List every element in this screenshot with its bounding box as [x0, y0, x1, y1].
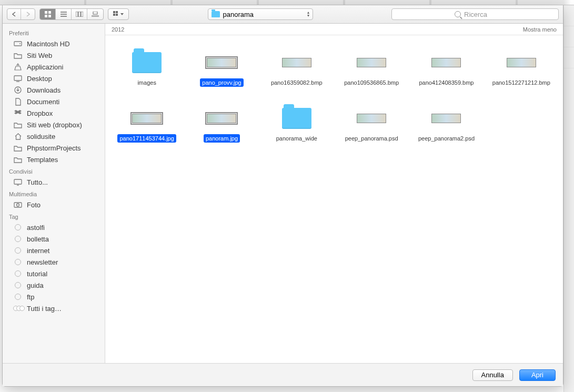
sidebar-item[interactable]: Desktop [3, 73, 105, 84]
sidebar-item[interactable]: tutorial [3, 268, 105, 279]
show-less-link[interactable]: Mostra meno [523, 26, 557, 33]
arrange-button[interactable] [108, 9, 128, 19]
group-year: 2012 [112, 26, 124, 33]
forward-button[interactable] [21, 9, 35, 19]
sidebar-item-label: Siti web (dropbox) [27, 121, 82, 129]
sidebar-item-label: Macintosh HD [27, 40, 70, 48]
svg-rect-5 [78, 12, 80, 17]
file-grid[interactable]: imagespano_provv.jpgpano16359082.bmppano… [105, 35, 563, 363]
sidebar-item-label: astolfi [27, 224, 45, 232]
back-button[interactable] [7, 9, 21, 19]
search-icon [455, 11, 461, 17]
svg-rect-2 [45, 15, 47, 17]
file-label: images [135, 78, 158, 87]
sidebar-item[interactable]: newsletter [3, 256, 105, 268]
view-coverflow-button[interactable] [87, 9, 103, 19]
screen-icon [13, 178, 23, 186]
sidebar-item-label: ftp [27, 293, 34, 301]
tag-icon [13, 223, 23, 232]
hdd-icon [13, 39, 23, 48]
view-list-button[interactable] [56, 9, 72, 19]
path-popup[interactable]: panorama ▴▾ [208, 8, 313, 20]
sidebar-item[interactable]: Macintosh HD [3, 38, 105, 49]
svg-rect-4 [76, 12, 78, 17]
file-label: peep_panorama2.psd [416, 134, 477, 143]
folder-icon [13, 120, 23, 129]
sidebar-item-label: Applicazioni [27, 63, 63, 71]
file-item[interactable]: peep_panorama2.psd [409, 106, 484, 143]
view-icons-button[interactable] [40, 9, 56, 19]
sidebar-item[interactable]: Siti web (dropbox) [3, 119, 105, 130]
sidebar-item-label: Documenti [27, 98, 59, 106]
file-label: pano109536865.bmp [342, 78, 401, 87]
sidebar-item[interactable]: internet [3, 245, 105, 256]
svg-point-18 [17, 204, 19, 206]
file-item[interactable]: pano109536865.bmp [334, 50, 409, 87]
sidebar-item[interactable]: Templates [3, 154, 105, 165]
desktop-icon [13, 74, 23, 83]
image-thumbnail-icon [130, 106, 164, 131]
file-item[interactable]: peep_panorama.psd [334, 106, 409, 143]
sidebar-item-label: tutorial [27, 270, 47, 278]
file-label: pano1711453744.jpg [117, 134, 176, 143]
svg-point-13 [19, 43, 21, 44]
sidebar-item-label: Tutto... [27, 178, 48, 186]
file-item[interactable]: pano412408359.bmp [409, 50, 484, 87]
svg-rect-9 [116, 11, 118, 13]
file-item[interactable]: pano16359082.bmp [259, 50, 334, 87]
image-thumbnail-icon [505, 50, 538, 75]
file-item[interactable]: pano1512271212.bmp [484, 50, 559, 87]
sidebar-item[interactable]: Tutto... [3, 176, 105, 188]
file-label: pano1512271212.bmp [490, 78, 552, 87]
cancel-button[interactable]: Annulla [472, 369, 513, 381]
file-item[interactable]: pano_provv.jpg [184, 50, 259, 87]
file-item[interactable]: panorama_wide [259, 106, 334, 143]
camera-icon [13, 200, 23, 209]
file-item[interactable]: images [109, 50, 184, 87]
file-item[interactable]: pano1711453744.jpg [109, 106, 184, 143]
sidebar-item-label: Downloads [27, 86, 61, 94]
folder-icon [280, 106, 314, 131]
sidebar-item-label: PhpstormProjects [27, 144, 81, 152]
sidebar-item[interactable]: bolletta [3, 233, 105, 245]
svg-rect-3 [48, 15, 51, 17]
sidebar-item[interactable]: astolfi [3, 222, 105, 233]
svg-rect-8 [113, 11, 115, 13]
svg-rect-16 [14, 179, 22, 184]
image-thumbnail-icon [355, 106, 388, 131]
sidebar-section-title: Multimedia [3, 188, 105, 199]
file-label: peep_panorama.psd [343, 134, 400, 143]
sidebar-item[interactable]: ftp [3, 291, 105, 303]
sidebar-item[interactable]: Siti Web [3, 49, 105, 61]
sidebar-item[interactable]: Documenti [3, 96, 105, 107]
sidebar-item-label: Foto [27, 201, 41, 209]
sidebar-item-label: Dropbox [27, 109, 53, 117]
svg-rect-14 [14, 76, 22, 81]
sidebar-item-label: Tutti i tag… [27, 305, 62, 313]
sidebar-item[interactable]: guida [3, 279, 105, 291]
sidebar-item[interactable]: solidusite [3, 130, 105, 142]
view-columns-button[interactable] [72, 9, 87, 19]
toolbar: panorama ▴▾ [3, 5, 563, 24]
folder-icon [130, 50, 164, 75]
file-item[interactable]: panoram.jpg [184, 106, 259, 143]
sidebar-item[interactable]: Dropbox [3, 107, 105, 119]
file-label: panorama_wide [274, 134, 319, 143]
sidebar-item-label: newsletter [27, 258, 58, 266]
file-label: pano16359082.bmp [269, 78, 325, 87]
sidebar-item-label: internet [27, 247, 49, 255]
sidebar-item[interactable]: Tutti i tag… [3, 303, 105, 314]
sidebar-item[interactable]: Downloads [3, 84, 105, 96]
sidebar-item[interactable]: Applicazioni [3, 61, 105, 73]
folder-icon [13, 155, 23, 164]
search-field[interactable] [391, 8, 559, 20]
tag-icon [13, 235, 23, 243]
dropbox-icon [13, 109, 23, 117]
sidebar-item[interactable]: PhpstormProjects [3, 142, 105, 154]
sidebar-item[interactable]: Foto [3, 199, 105, 210]
open-button[interactable]: Apri [519, 369, 556, 381]
tag-icon [13, 258, 23, 266]
browser-tabstrip [0, 0, 574, 5]
search-input[interactable] [464, 11, 496, 18]
sidebar-section-title: Preferiti [3, 27, 105, 38]
